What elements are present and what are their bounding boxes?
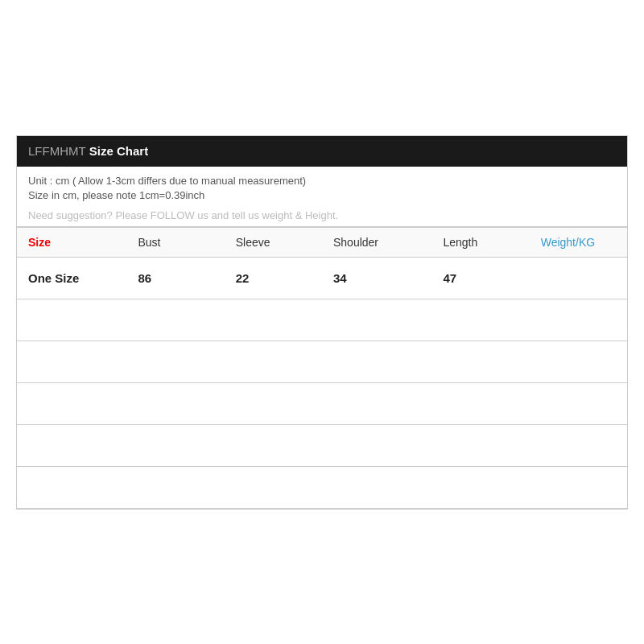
col-header-length: Length (431, 227, 529, 257)
table-row (17, 299, 627, 341)
size-table: Size Bust Sleeve Shoulder Length Weight/… (17, 227, 627, 509)
brand-name: LFFMHMT (28, 144, 86, 158)
table-row (17, 382, 627, 424)
cell-bust (126, 299, 224, 341)
cell-shoulder (322, 299, 431, 341)
cell-weight (530, 382, 627, 424)
cell-length: 47 (431, 257, 529, 299)
cell-length (431, 299, 529, 341)
cell-length (431, 382, 529, 424)
table-row (17, 341, 627, 382)
conversion-info: Size in cm, please note 1cm=0.39inch (28, 189, 616, 201)
info-section: Unit : cm ( Allow 1-3cm differs due to m… (17, 167, 627, 227)
cell-size (17, 299, 126, 341)
cell-weight (530, 341, 627, 382)
col-header-shoulder: Shoulder (322, 227, 431, 257)
col-header-sleeve: Sleeve (225, 227, 322, 257)
cell-size (17, 341, 126, 382)
cell-size (17, 466, 126, 508)
cell-sleeve: 22 (225, 257, 322, 299)
cell-shoulder (322, 466, 431, 508)
cell-shoulder: 34 (322, 257, 431, 299)
table-row (17, 424, 627, 466)
cell-length (431, 341, 529, 382)
cell-weight (530, 257, 627, 299)
cell-shoulder (322, 382, 431, 424)
table-row: One Size86223447 (17, 257, 627, 299)
unit-info: Unit : cm ( Allow 1-3cm differs due to m… (28, 175, 616, 187)
col-header-size: Size (17, 227, 126, 257)
cell-size (17, 424, 126, 466)
cell-sleeve (225, 299, 322, 341)
size-table-section: Size Bust Sleeve Shoulder Length Weight/… (17, 227, 627, 509)
cell-size: One Size (17, 257, 126, 299)
cell-shoulder (322, 341, 431, 382)
cell-sleeve (225, 382, 322, 424)
cell-shoulder (322, 424, 431, 466)
col-header-bust: Bust (126, 227, 224, 257)
size-chart-container: LFFMHMT Size Chart Unit : cm ( Allow 1-3… (16, 135, 628, 510)
cell-sleeve (225, 424, 322, 466)
table-header-row: Size Bust Sleeve Shoulder Length Weight/… (17, 227, 627, 257)
cell-bust: 86 (126, 257, 224, 299)
cell-bust (126, 466, 224, 508)
cell-sleeve (225, 341, 322, 382)
col-header-weight: Weight/KG (530, 227, 627, 257)
cell-bust (126, 341, 224, 382)
cell-bust (126, 382, 224, 424)
cell-weight (530, 424, 627, 466)
cell-length (431, 424, 529, 466)
cell-weight (530, 466, 627, 508)
cell-bust (126, 424, 224, 466)
cell-sleeve (225, 466, 322, 508)
cell-weight (530, 299, 627, 341)
cell-size (17, 382, 126, 424)
chart-header: LFFMHMT Size Chart (17, 136, 627, 167)
table-row (17, 466, 627, 508)
chart-title: Size Chart (86, 144, 149, 158)
cell-length (431, 466, 529, 508)
suggestion-text: Need suggestion? Please FOLLOW us and te… (28, 209, 616, 221)
